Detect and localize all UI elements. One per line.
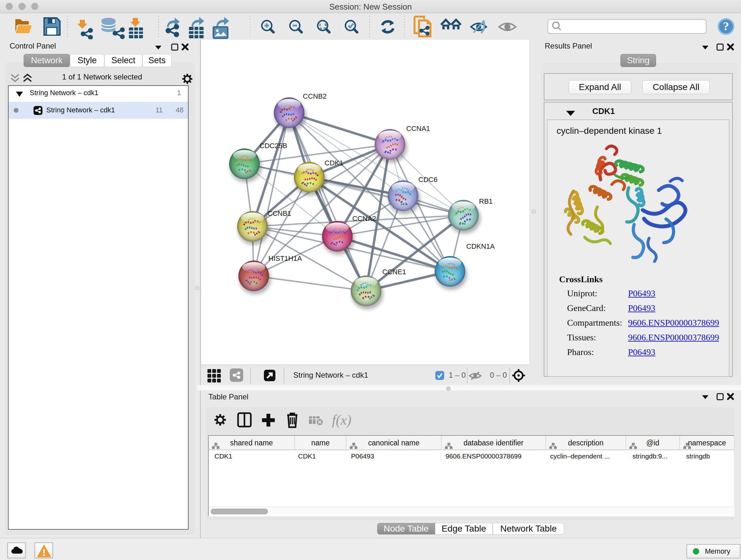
svg-text:f(x): f(x) [332, 412, 351, 428]
svg-text:CCNA2: CCNA2 [352, 214, 376, 223]
svg-text:CCNB2: CCNB2 [303, 92, 327, 100]
svg-text:CCNB1: CCNB1 [267, 209, 291, 217]
svg-text:CCNE1: CCNE1 [382, 268, 406, 276]
svg-text:CDC25B: CDC25B [259, 142, 287, 150]
svg-text:CDK1: CDK1 [325, 159, 343, 167]
svg-text:CCNA1: CCNA1 [406, 125, 430, 132]
svg-text:HIST1H1A: HIST1H1A [268, 254, 302, 262]
svg-text:?: ? [723, 19, 729, 33]
svg-text:RB1: RB1 [479, 197, 493, 205]
svg-text:CDKN1A: CDKN1A [466, 242, 495, 250]
svg-text:CDC6: CDC6 [418, 176, 437, 184]
